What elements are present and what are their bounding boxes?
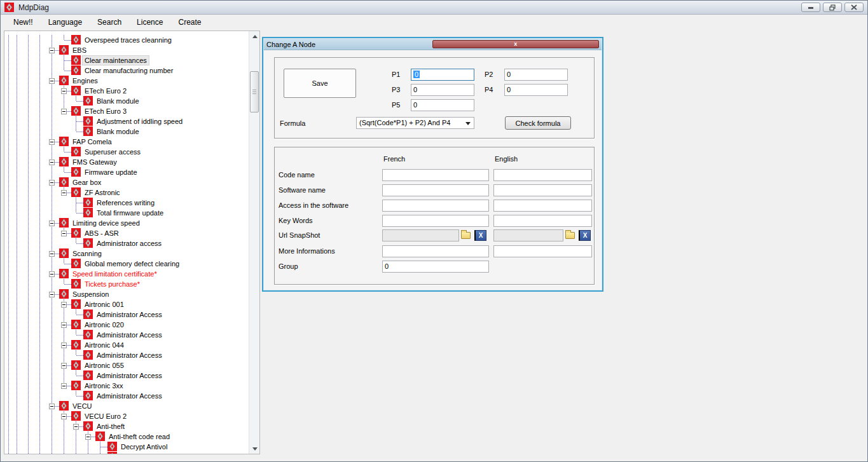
tree-node[interactable]: Firmware update [4, 167, 248, 177]
field-input[interactable] [382, 245, 489, 257]
tree-node[interactable]: Airtronic 055 [4, 360, 248, 370]
tree-node-label[interactable]: Firmware update [83, 168, 139, 177]
tree-node[interactable]: Airtronic 001 [4, 299, 248, 309]
minimize-button[interactable] [801, 3, 820, 12]
tree-node[interactable]: FAP Comela [4, 137, 248, 147]
tree-node[interactable]: Administrator Access [4, 330, 248, 340]
param-input-p1[interactable]: 0 [411, 69, 474, 81]
collapse-minus-box[interactable] [49, 160, 55, 165]
tree-node-label[interactable]: Decrypt Antivol [119, 442, 169, 451]
tree-node[interactable]: Administrator Access [4, 370, 248, 381]
tree-node[interactable]: VECU Euro 2 [4, 411, 248, 421]
tree-node[interactable]: Anti-theft [4, 421, 248, 431]
tree-node[interactable]: Total firmware update [4, 208, 248, 218]
tree-node-label[interactable]: ETech Euro 3 [83, 107, 128, 116]
collapse-minus-box[interactable] [61, 363, 67, 369]
tree-node-label[interactable]: Setting anti-theft off* [119, 452, 186, 454]
open-folder-icon[interactable] [461, 232, 471, 239]
collapse-minus-box[interactable] [61, 231, 67, 236]
tree-node[interactable]: Blank module [4, 96, 248, 106]
tree-node-label[interactable]: Scanning [71, 249, 104, 258]
menu-item-search[interactable]: Search [90, 16, 129, 29]
tree-node-label[interactable]: Blank module [95, 127, 141, 136]
tree-node[interactable]: Global memory defect clearing [4, 259, 248, 269]
restore-button[interactable] [823, 3, 842, 12]
collapse-minus-box[interactable] [61, 88, 67, 94]
tree-node[interactable]: References writing [4, 198, 248, 208]
field-input[interactable] [493, 200, 592, 212]
tree-node-label[interactable]: FMS Gateway [71, 158, 119, 166]
tree-node[interactable]: EBS [4, 45, 248, 55]
clear-snapshot-button[interactable]: X [579, 230, 591, 241]
check-formula-button[interactable]: Check formula [505, 116, 571, 130]
param-input-p4[interactable]: 0 [504, 84, 568, 96]
collapse-minus-box[interactable] [61, 383, 67, 389]
tree-node-label[interactable]: VECU Euro 2 [83, 412, 128, 421]
tree-node-label[interactable]: Administrator access [95, 239, 163, 248]
tree-node-label[interactable]: Administrator Access [95, 371, 164, 380]
tree-node-label[interactable]: Airtronic 044 [83, 341, 126, 350]
dialog-close-button[interactable]: x [432, 40, 600, 48]
tree-node[interactable]: VECU [4, 401, 248, 411]
tree-node[interactable]: Overspeed traces cleanning [4, 35, 248, 45]
menu-item-licence[interactable]: Licence [129, 16, 170, 29]
scroll-down-button[interactable] [249, 444, 260, 454]
tree-node-label[interactable]: Administrator Access [95, 330, 164, 339]
tree-node[interactable]: Adjustment of iddling speed [4, 116, 248, 126]
field-input[interactable] [382, 229, 459, 241]
menu-item-new[interactable]: New!! [6, 16, 41, 29]
tree-node-label[interactable]: ZF Astronic [83, 188, 122, 197]
formula-dropdown[interactable]: (Sqrt(Code*P1) + P2) And P4 [356, 117, 474, 129]
field-input[interactable] [493, 245, 592, 257]
tree-node-label[interactable]: Total firmware update [95, 208, 165, 217]
tree-node-label[interactable]: FAP Comela [71, 137, 114, 146]
param-input-p5[interactable]: 0 [411, 99, 474, 111]
tree-node[interactable]: ABS - ASR [4, 228, 248, 238]
tree-node[interactable]: Tickets purchase* [4, 279, 248, 289]
tree-node-label[interactable]: Global memory defect clearing [83, 259, 181, 268]
tree-node-label[interactable]: Administrator Access [95, 351, 164, 360]
tree-node-label[interactable]: Blank module [95, 97, 141, 105]
field-input[interactable] [382, 200, 489, 212]
param-input-p2[interactable]: 0 [504, 69, 568, 81]
scroll-up-button[interactable] [249, 31, 260, 41]
collapse-minus-box[interactable] [49, 251, 55, 257]
field-input[interactable] [493, 229, 563, 241]
field-input[interactable]: 0 [382, 261, 489, 273]
tree-node[interactable]: Limiting device speed [4, 218, 248, 228]
tree-node-label[interactable]: Airtronic 055 [83, 361, 126, 370]
tree-node-label[interactable]: Clear maintenances [83, 56, 149, 65]
tree-node-label[interactable]: Administrator Access [95, 310, 164, 319]
collapse-minus-box[interactable] [61, 190, 67, 196]
field-input[interactable] [382, 169, 489, 181]
menu-item-language[interactable]: Language [41, 16, 90, 29]
field-input[interactable] [493, 215, 592, 227]
tree-node[interactable]: Clear manufacturing number [4, 65, 248, 76]
field-input[interactable] [493, 184, 592, 196]
tree-node[interactable]: ETech Euro 2 [4, 86, 248, 96]
tree-node[interactable]: Airtronic 044 [4, 340, 248, 350]
tree-node[interactable]: Engines [4, 76, 248, 86]
menu-item-create[interactable]: Create [170, 16, 209, 29]
tree-node-label[interactable]: Tickets purchase* [83, 280, 142, 289]
tree-node[interactable]: ZF Astronic [4, 187, 248, 198]
tree-node[interactable]: Gear box [4, 177, 248, 187]
tree-node[interactable]: Decrypt Antivol [4, 442, 248, 452]
tree-node[interactable]: Scanning [4, 248, 248, 259]
collapse-minus-box[interactable] [49, 139, 55, 145]
tree-node-label[interactable]: Adjustment of iddling speed [95, 117, 184, 126]
tree-node-label[interactable]: Airtronic 020 [83, 320, 126, 329]
scrollbar-thumb[interactable] [250, 71, 259, 112]
tree-node[interactable]: Blank module [4, 126, 248, 137]
tree-node-label[interactable]: Clear manufacturing number [83, 66, 175, 75]
field-input[interactable] [382, 184, 489, 196]
tree-node[interactable]: Administrator Access [4, 309, 248, 320]
tree-node[interactable]: Airtronic 3xx [4, 381, 248, 391]
tree-node-label[interactable]: Suspension [71, 290, 111, 299]
tree-node-label[interactable]: Anti-theft code read [107, 432, 172, 441]
tree-node[interactable]: Suspension [4, 289, 248, 299]
collapse-minus-box[interactable] [49, 292, 55, 297]
tree-node-label[interactable]: ABS - ASR [83, 229, 121, 238]
tree-node-label[interactable]: Administrator Access [95, 391, 164, 400]
tree-node-label[interactable]: Gear box [71, 178, 103, 187]
